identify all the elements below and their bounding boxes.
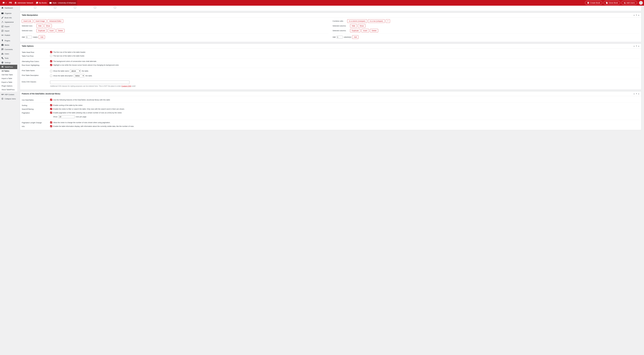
add-columns-count-input[interactable] (336, 36, 343, 39)
move-down-icon[interactable]: ▼ (636, 45, 637, 47)
sidebar-item-bookinfo[interactable]: Book Info (0, 16, 17, 20)
option-label: Info: (22, 125, 48, 127)
delete-rows-button[interactable]: Delete (56, 29, 65, 32)
user-avatar[interactable] (639, 1, 643, 5)
print-desc-position-select[interactable]: below (74, 74, 84, 77)
add-rows-count-input[interactable] (26, 36, 32, 39)
administer-network-link[interactable]: Administer Network (13, 0, 34, 6)
create-book-button[interactable]: Create Book (585, 1, 602, 5)
use-datatables-checkbox[interactable] (50, 99, 52, 101)
sidebar-item-publish[interactable]: Publish (0, 33, 17, 37)
sidebar-item-users[interactable]: Users (0, 52, 17, 56)
duplicate-rows-button[interactable]: Duplicate (36, 29, 47, 32)
print-name-checkbox[interactable] (50, 70, 52, 72)
pagination-checkbox[interactable] (50, 112, 52, 114)
selected-columns-label: Selected columns: (332, 25, 349, 27)
sidebar-item-export[interactable]: Export (0, 24, 17, 29)
sidebar-item-collapse[interactable]: Collapse menu (0, 97, 17, 101)
combine-rowspan-button[interactable]: in a column (rowspan) (347, 19, 367, 23)
sidebar-item-media[interactable]: Media (0, 43, 17, 47)
sidebar-item-label: Settings (5, 62, 11, 64)
add-rows-button[interactable]: Add (39, 35, 45, 39)
move-up-icon[interactable]: ▲ (633, 14, 635, 16)
panel-header: Features of the DataTables JavaScript li… (20, 91, 641, 96)
row-hover-checkbox[interactable] (50, 64, 52, 66)
extra-css-input[interactable] (50, 81, 130, 84)
sidebar-item-plugins[interactable]: Plugins (0, 39, 17, 43)
hide-rows-button[interactable]: Hide (36, 24, 43, 28)
column-checkbox-5[interactable] (114, 7, 116, 9)
clone-icon (606, 2, 608, 4)
rows-per-page-input[interactable] (58, 115, 75, 118)
pressbooks-logo[interactable]: PB (8, 0, 13, 6)
submenu-about-tablepress[interactable]: About TablePress (0, 88, 17, 92)
move-up-icon[interactable]: ▲ (633, 45, 635, 47)
insert-link-button[interactable]: Insert Link (22, 19, 33, 23)
sidebar-item-import[interactable]: Import (0, 29, 17, 33)
column-checkbox-4[interactable] (94, 7, 96, 9)
hide-columns-button[interactable]: Hide (350, 24, 357, 28)
comments-indicator[interactable]: 0 (1, 0, 8, 6)
column-checkbox-2[interactable] (54, 7, 56, 9)
submenu-export-table[interactable]: Export a Table (0, 80, 17, 84)
panel-header: Table Manipulation ▲ ▼ ▲ (20, 13, 641, 18)
panel-header: Table Options ▲ ▼ ▲ (20, 44, 641, 49)
custom-css-link[interactable]: Custom CSS (122, 85, 131, 87)
submenu-plugin-options[interactable]: Plugin Options (0, 84, 17, 88)
svg-point-0 (2, 98, 3, 100)
current-book-link[interactable]: Style - University of Arkansas (48, 0, 77, 6)
move-up-icon[interactable]: ▲ (633, 93, 635, 95)
sidebar-item-tools[interactable]: Tools (0, 56, 17, 60)
camera-icon (1, 44, 4, 46)
main-content: Table Manipulation ▲ ▼ ▲ Insert Link Ins… (17, 6, 644, 135)
info-checkbox[interactable] (50, 125, 52, 127)
option-label: Use DataTables: (22, 99, 48, 101)
table-foot-checkbox[interactable] (50, 55, 52, 57)
sidebar-item-tablepress[interactable]: TablePress (0, 65, 17, 69)
search-checkbox[interactable] (50, 108, 52, 110)
column-checkbox-1[interactable] (34, 7, 36, 9)
sidebar-item-settings[interactable]: Settings (0, 60, 17, 65)
table-manipulation-panel: Table Manipulation ▲ ▼ ▲ Insert Link Ins… (20, 13, 642, 42)
panel-controls: ▲ ▼ ▲ (633, 14, 640, 16)
toggle-icon[interactable]: ▲ (638, 93, 640, 95)
submenu-import-table[interactable]: Import a Table (0, 77, 17, 80)
sorting-checkbox[interactable] (50, 104, 52, 106)
insert-columns-button[interactable]: Insert (362, 29, 369, 32)
toggle-icon[interactable]: ▲ (638, 14, 640, 16)
table-head-checkbox[interactable] (50, 51, 52, 53)
submenu-add-new-table[interactable]: Add New Table (0, 73, 17, 77)
panel-controls: ▲ ▼ ▲ (633, 45, 640, 47)
add-columns-button[interactable]: Add (352, 35, 358, 39)
combine-help-button[interactable]: ? (386, 19, 390, 23)
delete-columns-button[interactable]: Delete (370, 29, 378, 32)
advanced-editor-button[interactable]: Advanced Editor (48, 19, 63, 23)
clone-book-button[interactable]: Clone Book (604, 1, 620, 5)
submenu-all-tables[interactable]: All Tables (0, 69, 17, 73)
sidebar-item-h5p[interactable]: H5PH5P Content (0, 93, 17, 97)
print-name-position-select[interactable]: above (70, 69, 81, 73)
duplicate-columns-button[interactable]: Duplicate (350, 29, 360, 32)
show-rows-button[interactable]: Show (44, 24, 52, 28)
move-down-icon[interactable]: ▼ (636, 93, 637, 95)
option-text: Show the table description (53, 75, 73, 77)
insert-image-button[interactable]: Insert Image (34, 19, 46, 23)
sidebar-item-dashboard[interactable]: Dashboard (0, 6, 17, 10)
combine-colspan-button[interactable]: in a row (colspan) (368, 19, 385, 23)
pagination-length-change-checkbox[interactable] (50, 121, 52, 124)
column-checkbox-3[interactable] (74, 7, 76, 9)
insert-rows-button[interactable]: Insert (48, 29, 56, 32)
add-users-button[interactable]: Add Users (622, 1, 637, 5)
alt-colors-checkbox[interactable] (50, 60, 52, 62)
option-label: Alternating Row Colors: (22, 60, 48, 62)
print-desc-checkbox[interactable] (50, 75, 52, 77)
move-down-icon[interactable]: ▼ (636, 14, 637, 16)
sidebar-item-organize[interactable]: Organize (0, 11, 17, 16)
toggle-icon[interactable]: ▲ (638, 45, 640, 47)
sidebar-item-appearance[interactable]: Appearance (0, 20, 17, 24)
show-columns-button[interactable]: Show (358, 24, 366, 28)
my-books-link[interactable]: My Books (34, 0, 48, 6)
topbar-right: Create Book Clone Book Add Users (585, 1, 643, 5)
sidebar-item-comments[interactable]: Comments (0, 47, 17, 52)
sidebar-item-label: Collapse menu (5, 98, 16, 100)
